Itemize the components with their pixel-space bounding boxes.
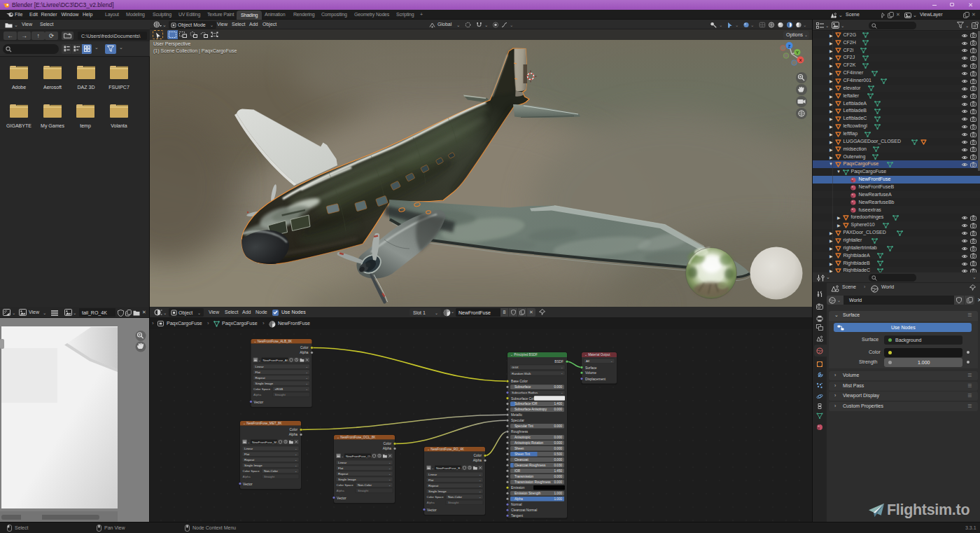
svg-text:Y: Y (796, 50, 799, 55)
svg-text:⌄: ⌄ (388, 478, 391, 481)
svg-text:Linear: Linear (255, 365, 265, 368)
svg-text:Alpha: Alpha (383, 447, 392, 450)
svg-text:Normal: Normal (511, 503, 522, 506)
svg-text:Alpha: Alpha (337, 489, 345, 492)
svg-text:GGX: GGX (512, 366, 519, 369)
svg-text:Subsurface IOR: Subsurface IOR (514, 402, 538, 406)
svg-text:Non-Color: Non-Color (358, 483, 372, 487)
svg-text:Alpha: Alpha (427, 501, 435, 504)
svg-text:Color Space: Color Space (427, 495, 444, 499)
svg-text:⌄: ⌄ (388, 472, 391, 476)
svg-text:Volume: Volume (585, 371, 596, 375)
svg-text:⌄: ⌄ (295, 458, 297, 462)
svg-text:0.000: 0.000 (554, 480, 563, 484)
svg-text:X: X (799, 58, 802, 62)
svg-text:0.000: 0.000 (554, 385, 563, 389)
svg-text:Sheen: Sheen (514, 447, 524, 450)
svg-text:Vector: Vector (337, 497, 346, 500)
svg-text:0.000: 0.000 (554, 424, 563, 428)
svg-text:⌄ Principled BSDF: ⌄ Principled BSDF (510, 353, 538, 357)
svg-text:Straight: Straight (275, 393, 286, 396)
svg-text:Non-Color: Non-Color (264, 469, 279, 473)
svg-text:Linear: Linear (428, 473, 438, 476)
svg-text:⌄: ⌄ (479, 490, 481, 493)
svg-text:⌄ NewFrontFuse_MET_8K: ⌄ NewFrontFuse_MET_8K (243, 422, 283, 425)
svg-text:Linear: Linear (244, 447, 253, 450)
svg-text:Base Color: Base Color (511, 380, 528, 383)
svg-text:Tangent: Tangent (511, 514, 524, 518)
svg-text:⌄: ⌄ (388, 461, 391, 464)
svg-text:Repeat: Repeat (244, 458, 255, 462)
svg-text:Straight: Straight (358, 489, 369, 492)
svg-text:1.400: 1.400 (554, 402, 563, 406)
svg-text:Anisotropic Rotation: Anisotropic Rotation (514, 441, 544, 445)
svg-text:Vector: Vector (427, 508, 437, 512)
svg-text:⌄: ⌄ (295, 452, 297, 456)
svg-text:0.000: 0.000 (554, 441, 563, 445)
svg-text:BSDF: BSDF (554, 360, 564, 364)
svg-text:0.030: 0.030 (554, 464, 563, 467)
svg-text:Color Space: Color Space (337, 483, 354, 487)
svg-text:Alpha: Alpha (253, 393, 262, 396)
svg-text:Flat: Flat (255, 371, 261, 374)
svg-text:Displacement: Displacement (585, 378, 606, 381)
svg-text:sRGB: sRGB (275, 387, 284, 391)
svg-text:⌄: ⌄ (388, 483, 391, 487)
svg-text:Surface: Surface (585, 366, 597, 370)
svg-text:Alpha: Alpha (514, 497, 523, 501)
svg-text:Emission Strength: Emission Strength (514, 492, 541, 495)
svg-text:Straight: Straight (448, 501, 459, 504)
svg-text:⌄: ⌄ (258, 359, 261, 362)
svg-text:Straight: Straight (264, 475, 275, 478)
svg-text:Repeat: Repeat (338, 472, 349, 476)
svg-text:Subsurface Anisotropy: Subsurface Anisotropy (514, 408, 547, 411)
svg-text:Subsurface Color: Subsurface Color (511, 397, 537, 401)
svg-text:1.000: 1.000 (554, 492, 563, 495)
svg-text:⌄ NewFrontFuse_OCL_8K: ⌄ NewFrontFuse_OCL_8K (337, 436, 376, 439)
svg-text:0.000: 0.000 (554, 458, 563, 462)
svg-text:Transmission Roughness: Transmission Roughness (514, 480, 551, 484)
svg-text:⌄: ⌄ (479, 478, 481, 482)
svg-text:Color: Color (474, 454, 482, 457)
svg-text:Anisotropic: Anisotropic (514, 436, 531, 439)
svg-text:Alpha: Alpha (243, 475, 251, 478)
svg-text:⌄ NewFrontFuse_RO_4K: ⌄ NewFrontFuse_RO_4K (427, 448, 465, 451)
svg-text:Subsurface Radius: Subsurface Radius (512, 391, 538, 394)
svg-text:Vector: Vector (243, 483, 253, 486)
svg-text:Color Space: Color Space (253, 387, 271, 391)
svg-text:1.450: 1.450 (554, 469, 563, 473)
svg-text:Single Image: Single Image (338, 478, 356, 481)
svg-text:Alpha: Alpha (289, 433, 298, 436)
svg-text:0.000: 0.000 (554, 408, 563, 411)
svg-text:⌄: ⌄ (295, 469, 297, 473)
svg-text:⌄: ⌄ (479, 484, 481, 487)
svg-text:Clearcoat: Clearcoat (514, 458, 528, 462)
svg-text:⌄: ⌄ (479, 473, 481, 476)
svg-text:⌄: ⌄ (561, 371, 563, 375)
svg-text:⌄: ⌄ (306, 365, 308, 368)
svg-text:Non-Color: Non-Color (448, 495, 463, 499)
svg-text:Roughness: Roughness (511, 430, 528, 434)
svg-text:⌄: ⌄ (342, 455, 344, 458)
svg-text:Sheen Tint: Sheen Tint (514, 452, 531, 456)
svg-text:NewFrontFuse_Al...: NewFrontFuse_Al... (263, 359, 290, 362)
svg-text:Specular: Specular (511, 419, 524, 422)
svg-text:All: All (586, 359, 589, 363)
svg-text:0.000: 0.000 (554, 475, 563, 478)
svg-text:⌄ NewFrontFuse_ALB_8K: ⌄ NewFrontFuse_ALB_8K (254, 340, 293, 343)
svg-text:⌄ Material Output: ⌄ Material Output (584, 353, 610, 357)
svg-text:Flat: Flat (428, 478, 434, 482)
svg-text:Emission: Emission (511, 486, 525, 490)
svg-text:Flat: Flat (244, 452, 250, 456)
svg-text:Linear: Linear (338, 461, 347, 464)
svg-text:Single Image: Single Image (428, 490, 447, 493)
svg-text:⌄: ⌄ (388, 466, 391, 470)
svg-text:⌄: ⌄ (306, 376, 308, 380)
svg-text:Clearcoat Roughness: Clearcoat Roughness (514, 464, 546, 467)
svg-text:Single Image: Single Image (255, 382, 274, 385)
svg-text:NewFrontFuse_M...: NewFrontFuse_M... (252, 441, 279, 444)
svg-text:0.500: 0.500 (554, 452, 563, 456)
svg-text:⌄: ⌄ (561, 391, 563, 394)
svg-text:Transmission: Transmission (514, 475, 534, 478)
svg-text:Single Image: Single Image (244, 464, 262, 467)
